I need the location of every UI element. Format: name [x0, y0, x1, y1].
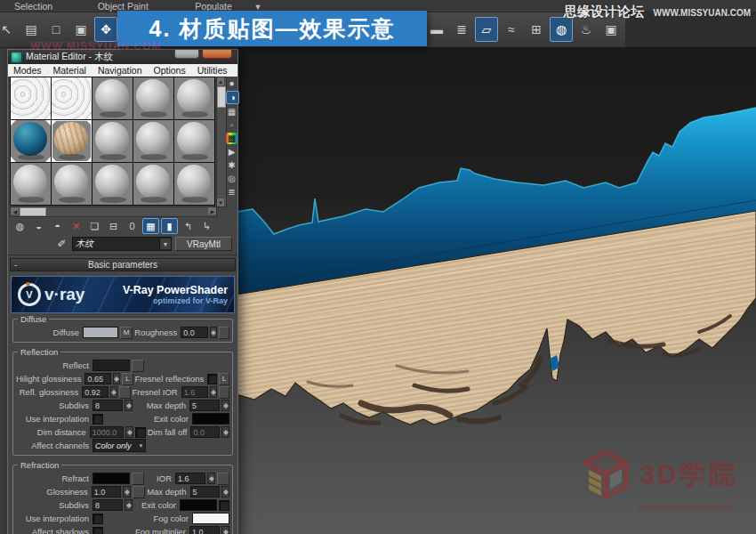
ior-map-button[interactable]: [217, 473, 229, 485]
eyedropper-icon[interactable]: ✎: [56, 239, 68, 247]
assign-material-to-selection-icon[interactable]: ◓: [49, 218, 66, 234]
fresnel-ior-map-button[interactable]: [219, 386, 229, 399]
material-id-channel-icon[interactable]: 0: [124, 218, 141, 234]
material-map-navigator-icon[interactable]: ≣: [226, 186, 237, 198]
collapse-icon[interactable]: -: [14, 260, 17, 270]
scroll-down-icon[interactable]: ▼: [217, 198, 224, 206]
sample-ui-tiling-icon[interactable]: ▫: [226, 119, 237, 131]
refl-glossiness-value[interactable]: 0.92: [82, 386, 109, 398]
go-forward-to-sibling-icon[interactable]: ↳: [198, 218, 215, 234]
window-crossing-toggle-icon[interactable]: ▣: [69, 17, 92, 42]
glossiness-value[interactable]: 1.0: [92, 486, 122, 498]
backlight-icon[interactable]: ◑: [226, 91, 239, 104]
material-sample-slot[interactable]: [133, 120, 173, 162]
reflect-color-swatch[interactable]: [92, 360, 130, 371]
fresnel-ior-value[interactable]: 1.6: [181, 386, 208, 398]
material-sample-slot[interactable]: [11, 163, 51, 205]
refract-map-button[interactable]: [132, 473, 144, 485]
max-depth-value[interactable]: 5: [189, 400, 220, 411]
subdivs-value[interactable]: 8: [92, 400, 123, 411]
get-material-icon[interactable]: ◍: [12, 218, 28, 234]
menu-material[interactable]: Material: [53, 65, 86, 76]
fresnel-lock-button[interactable]: L: [219, 373, 229, 385]
hilight-lock-button[interactable]: L: [122, 373, 133, 385]
affect-channels-dropdown[interactable]: Color only ▼: [92, 439, 146, 452]
material-sample-slot[interactable]: [11, 77, 51, 119]
diffuse-color-swatch[interactable]: [83, 327, 118, 338]
roughness-value[interactable]: 0.0: [181, 327, 207, 338]
max-depth-spinner[interactable]: [221, 400, 229, 411]
chevron-down-icon[interactable]: ▼: [159, 239, 171, 249]
rendered-frame-window-icon[interactable]: ▣: [599, 17, 623, 42]
select-by-name-icon[interactable]: ▤: [20, 17, 43, 42]
show-end-result-icon[interactable]: ▮: [161, 218, 178, 234]
material-sample-slot[interactable]: [174, 163, 214, 205]
make-preview-icon[interactable]: ▶: [226, 146, 237, 158]
rectangular-selection-region-icon[interactable]: □: [44, 17, 68, 42]
menu-utilities[interactable]: Utilities: [197, 65, 228, 76]
show-map-in-viewport-icon[interactable]: ▦: [142, 218, 159, 234]
dim-distance-value[interactable]: 1000.0: [90, 426, 125, 438]
refraction-exit-color-checkbox[interactable]: [219, 500, 229, 511]
glossiness-map-button[interactable]: [133, 486, 145, 498]
material-sample-slot[interactable]: [52, 163, 92, 205]
close-button[interactable]: [202, 50, 232, 59]
menu-navigation[interactable]: Navigation: [98, 65, 142, 76]
material-sample-slot[interactable]: [92, 120, 133, 162]
fog-multiplier-spinner[interactable]: [221, 526, 229, 534]
ior-value[interactable]: 1.6: [175, 473, 205, 484]
ior-spinner[interactable]: [207, 473, 215, 484]
refraction-max-depth-value[interactable]: 5: [190, 486, 221, 498]
sample-horizontal-scrollbar[interactable]: ◀ ▶: [10, 206, 217, 217]
use-interpolation-checkbox[interactable]: [92, 414, 103, 425]
basic-parameters-rollout[interactable]: - Basic parameters: [10, 258, 236, 271]
render-setup-icon[interactable]: ♨: [575, 17, 598, 42]
reset-map-icon[interactable]: ✕: [68, 218, 84, 234]
material-sample-slot-wood-selected[interactable]: [52, 120, 92, 162]
subdivs-spinner[interactable]: [125, 400, 133, 411]
roughness-spinner[interactable]: [210, 327, 217, 338]
dim-distance-checkbox[interactable]: [135, 427, 146, 438]
refraction-subdivs-spinner[interactable]: [125, 499, 133, 511]
menu-options[interactable]: Options: [154, 65, 186, 76]
dim-fall-off-spinner[interactable]: [221, 426, 229, 438]
put-to-library-icon[interactable]: ⊟: [105, 218, 122, 234]
scroll-left-icon[interactable]: ◀: [11, 207, 19, 214]
exit-color-swatch[interactable]: [192, 413, 229, 425]
sample-type-sphere-icon[interactable]: ●: [226, 77, 237, 89]
scroll-thumb[interactable]: [217, 86, 226, 108]
graphite-ribbon-toggle-icon[interactable]: ▱: [475, 17, 498, 42]
glossiness-spinner[interactable]: [123, 486, 131, 498]
material-sample-slot[interactable]: [133, 77, 173, 119]
material-editor-icon[interactable]: ◍: [550, 17, 573, 42]
go-to-parent-icon[interactable]: ↰: [180, 218, 197, 234]
dim-fall-off-value[interactable]: 0.0: [190, 426, 220, 438]
refraction-subdivs-value[interactable]: 8: [92, 499, 123, 511]
material-editor-options-icon[interactable]: ✱: [226, 159, 237, 171]
refraction-max-depth-spinner[interactable]: [221, 486, 229, 498]
refl-glossiness-map-button[interactable]: [119, 386, 130, 399]
select-object-icon[interactable]: ↖: [0, 17, 18, 42]
align-icon[interactable]: ▬: [425, 17, 448, 42]
scroll-right-icon[interactable]: ▶: [208, 207, 216, 214]
refraction-exit-color-swatch[interactable]: [180, 499, 217, 511]
fresnel-reflections-checkbox[interactable]: [207, 374, 217, 384]
schematic-view-icon[interactable]: ⊞: [525, 17, 548, 42]
make-material-copy-icon[interactable]: ❏: [86, 218, 103, 234]
material-sample-slot[interactable]: [133, 163, 173, 205]
ribbon-tab-selection[interactable]: Selection: [14, 1, 52, 12]
fog-color-swatch[interactable]: [192, 513, 229, 524]
put-material-to-scene-icon[interactable]: ◒: [30, 218, 47, 234]
dim-distance-spinner[interactable]: [125, 426, 133, 438]
refract-color-swatch[interactable]: [92, 473, 130, 484]
material-name-dropdown[interactable]: 木纹 ▼: [72, 237, 172, 251]
scroll-up-icon[interactable]: ▲: [217, 77, 224, 85]
fresnel-ior-spinner[interactable]: [210, 386, 217, 398]
fog-multiplier-value[interactable]: 1.0: [189, 526, 220, 534]
material-sample-slot-water[interactable]: [11, 120, 51, 162]
material-sample-slot[interactable]: [92, 77, 133, 119]
scroll-thumb[interactable]: [20, 207, 46, 216]
material-sample-slot[interactable]: [174, 120, 214, 162]
material-sample-slot[interactable]: [52, 77, 92, 119]
curve-editor-icon[interactable]: ≈: [500, 17, 523, 42]
